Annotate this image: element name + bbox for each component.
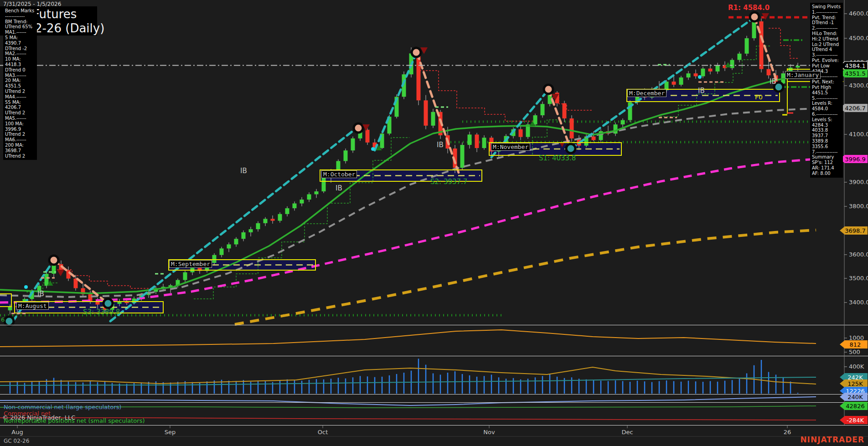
- benchmarks-line: MA1.------: [5, 30, 35, 35]
- swing-pivots-line: Pvt High: [812, 85, 841, 90]
- swing-pivots-line: Summary: [812, 154, 841, 160]
- benchmarks-line: MA5.------: [5, 116, 35, 121]
- swing-pivots-line: DTrend -1: [812, 20, 841, 26]
- candle-body: [293, 204, 297, 209]
- initial-balance-label: IB: [37, 290, 44, 298]
- candle-body: [249, 229, 253, 232]
- initial-balance-label: IB: [240, 167, 247, 175]
- ninjatrader-logo: NINJATRADER: [800, 435, 864, 444]
- price-tick-label: 4300.0: [849, 82, 868, 89]
- benchmarks-line: 4390.7: [5, 41, 35, 46]
- ma-line-20MA: [0, 73, 816, 293]
- swing-pivots-line: Levels R:: [812, 101, 841, 106]
- swing-pivots-line: Swing Pivots: [812, 4, 841, 10]
- swing-pivots-line: 3937.7: [812, 133, 841, 138]
- month-label: M:November: [491, 143, 530, 151]
- benchmarks-line: Bench Marks: [5, 8, 35, 14]
- candle-body: [475, 134, 479, 148]
- candle-body: [417, 55, 421, 100]
- candle-body: [563, 103, 567, 118]
- signal-triangle-down: [57, 270, 64, 276]
- initial-balance-label: IB: [336, 184, 342, 192]
- price-tag-label: 812: [850, 341, 861, 348]
- price-tag-label: 3996.9: [845, 156, 866, 163]
- swing-trend-line: [548, 90, 571, 149]
- date-range-label: 7/31/2025 - 1/5/2026: [3, 1, 61, 7]
- swing-trend-line: [571, 17, 754, 149]
- benchmarks-line: 3698.7: [5, 148, 35, 154]
- ma-line-55MA: [0, 108, 816, 297]
- p3-gold: [0, 367, 816, 384]
- swing-pivots-line: 3355.6: [812, 144, 841, 149]
- ma-line-200MA: [235, 230, 816, 324]
- candle-body: [701, 69, 705, 77]
- candle-body: [45, 274, 49, 286]
- candle-body: [264, 219, 268, 223]
- swing-pivots-line: AR: 171.4: [812, 165, 841, 171]
- level-annotation: 6: [1, 316, 5, 323]
- price-tick-label: 3900.0: [849, 179, 868, 185]
- trail-stop-steps: [769, 28, 799, 58]
- swing-pivots-line: 1.-------------: [812, 10, 841, 15]
- swing-pivots-line: 4451.5: [812, 90, 841, 96]
- candle-body: [708, 69, 713, 72]
- month-label: M:January: [785, 71, 821, 79]
- swing-pivots-line: AF: 8.00: [812, 171, 841, 176]
- month-label: M:August: [16, 302, 49, 310]
- price-tick-label: 500: [849, 349, 860, 355]
- time-tick-label: 26: [784, 429, 791, 436]
- benchmarks-line: UTrend 2: [5, 154, 35, 159]
- benchmarks-line: 4206.7: [5, 105, 35, 110]
- candle-body: [351, 138, 355, 150]
- candle-body: [336, 161, 341, 171]
- price-tag-label: 125K: [847, 380, 863, 387]
- benchmarks-line: 200 MA:: [5, 143, 35, 148]
- time-tick-label: Nov: [483, 429, 495, 436]
- month-label: M:October: [321, 170, 357, 178]
- pivot-low-marker: [103, 299, 113, 308]
- pivot-low-marker: [566, 144, 575, 153]
- swing-trend-line: [375, 53, 416, 150]
- level-annotation: R1: 4584.0: [728, 4, 770, 12]
- benchmarks-line: 4351.5: [5, 83, 35, 89]
- candle-body: [482, 138, 486, 148]
- swing-pivots-line: Hi:2 UTrend: [812, 36, 841, 42]
- price-tick-label: 3400.0: [849, 299, 868, 306]
- benchmarks-line: 55 MA:: [5, 100, 35, 105]
- instrument-label: GC 02-26: [4, 438, 29, 444]
- benchmarks-line: MA3.------: [5, 73, 35, 78]
- candle-body: [431, 112, 435, 126]
- cyan-dot-marker: [371, 147, 375, 151]
- time-tick-label: Sep: [165, 429, 176, 436]
- p2-orange: [0, 330, 816, 347]
- benchmarks-line: MA4.------: [5, 94, 35, 100]
- swing-pivots-line: 2.-------------: [812, 26, 841, 31]
- price-tick-label: 3600.0: [849, 251, 868, 258]
- price-tag-label: 4384.1: [845, 62, 866, 69]
- initial-balance-label: IB: [698, 87, 705, 95]
- swing-pivots-panel: Swing Pivots1.-------------Pvt. Trend:DT…: [810, 3, 843, 178]
- benchmarks-panel: Bench Marks------------BM Trend:UTrend 6…: [3, 7, 37, 160]
- swing-pivots-line: 4584.0: [812, 106, 841, 112]
- candle-body: [570, 118, 574, 138]
- price-tag-label: 42826: [846, 403, 864, 410]
- benchmarks-line: ------------: [5, 14, 35, 19]
- price-tag-label: -284K: [847, 417, 864, 424]
- pivot-low-marker: [5, 317, 14, 326]
- level-annotation: S1: 4033.8: [539, 154, 576, 162]
- price-tag-label: 4206.7: [845, 105, 866, 112]
- initial-balance-label: IB: [437, 141, 444, 149]
- swing-trend-line: [754, 17, 779, 87]
- price-tick-label: 1000: [849, 334, 864, 341]
- candle-body: [366, 130, 370, 143]
- price-tag-label: 3698.7: [845, 227, 866, 234]
- benchmarks-line: UTrend 2: [5, 110, 35, 116]
- page-title-line2: 2-26 (Daily): [35, 21, 104, 35]
- pivot-high-marker: [354, 123, 363, 133]
- chart-canvas[interactable]: 4600.04500.04400.04300.04100.03900.03800…: [0, 0, 868, 446]
- benchmarks-line: 5 MA:: [5, 35, 35, 41]
- pivot-high-marker: [412, 48, 421, 57]
- candle-body: [738, 54, 742, 60]
- candle-body: [730, 60, 734, 68]
- candle-body: [687, 73, 691, 77]
